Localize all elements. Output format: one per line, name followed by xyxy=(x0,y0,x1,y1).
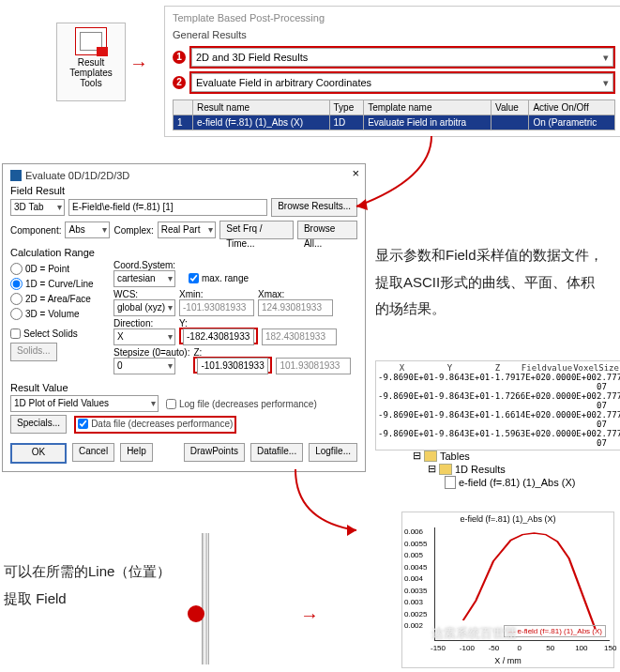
pp-title: Template Based Post-Processing xyxy=(173,12,615,15)
post-processing-window: Template Based Post-Processing General R… xyxy=(164,6,620,15)
